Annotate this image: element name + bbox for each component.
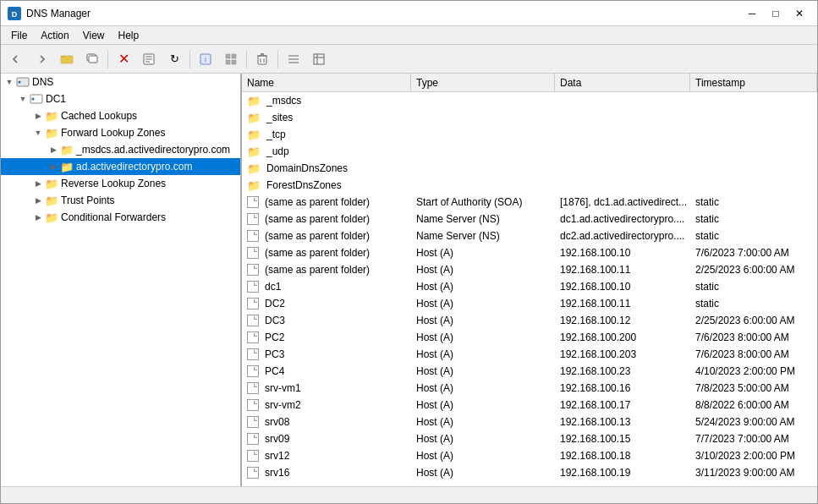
list-row[interactable]: DC3 Host (A) 192.168.100.12 2/25/2023 6:… bbox=[242, 312, 817, 329]
cell-name: DC2 bbox=[242, 298, 411, 310]
doc-icon bbox=[247, 247, 259, 259]
main-window: D DNS Manager ─ □ ✕ File Action View Hel… bbox=[0, 0, 818, 504]
expand-cached[interactable]: ▶ bbox=[31, 109, 45, 123]
cell-type: Host (A) bbox=[411, 433, 555, 445]
close-button[interactable]: ✕ bbox=[788, 5, 810, 22]
list-row[interactable]: srv08 Host (A) 192.168.100.13 5/24/2023 … bbox=[242, 414, 817, 430]
list-row[interactable]: (same as parent folder) Host (A) 192.168… bbox=[242, 244, 817, 261]
trash-button[interactable] bbox=[250, 48, 274, 70]
dns-icon bbox=[16, 75, 30, 89]
list-row[interactable]: (same as parent folder) Name Server (NS)… bbox=[242, 227, 817, 244]
folder-icon: 📁 bbox=[247, 95, 261, 107]
tree-item-conditional[interactable]: ▶ 📁 Conditional Forwarders bbox=[1, 209, 240, 226]
list-row[interactable]: srv09 Host (A) 192.168.100.15 7/7/2023 7… bbox=[242, 430, 817, 447]
list-row[interactable]: PC4 Host (A) 192.168.100.23 4/10/2023 2:… bbox=[242, 363, 817, 380]
expand-conditional[interactable]: ▶ bbox=[31, 211, 45, 224]
svg-rect-3 bbox=[61, 56, 65, 58]
toolbar-sep-1 bbox=[107, 50, 108, 68]
list-row[interactable]: 📁 _udp bbox=[242, 143, 817, 160]
cell-data: 192.168.100.11 bbox=[555, 298, 690, 310]
svg-text:i: i bbox=[205, 56, 206, 63]
expand-reverse[interactable]: ▶ bbox=[31, 177, 45, 190]
menu-bar: File Action View Help bbox=[1, 26, 817, 45]
expand-dns[interactable]: ▼ bbox=[3, 75, 16, 89]
expand-trust[interactable]: ▶ bbox=[31, 194, 45, 207]
back-button[interactable] bbox=[4, 48, 28, 70]
minimize-button[interactable]: ─ bbox=[741, 5, 763, 22]
tree-label-msdcs: _msdcs.ad.activedirectorypro.com bbox=[76, 144, 230, 156]
export-button[interactable]: i bbox=[194, 48, 217, 70]
tree-item-forward[interactable]: ▼ 📁 Forward Lookup Zones bbox=[1, 124, 240, 141]
refresh-button[interactable]: ↻ bbox=[162, 48, 186, 70]
new-window-button[interactable] bbox=[80, 48, 104, 70]
grid-button[interactable] bbox=[219, 48, 243, 70]
details-button[interactable] bbox=[307, 48, 331, 70]
tree-item-ad[interactable]: ▶ 📁 ad.activedirectorypro.com bbox=[1, 158, 240, 175]
doc-icon bbox=[247, 298, 259, 310]
tree-item-msdcs[interactable]: ▶ 📁 _msdcs.ad.activedirectorypro.com bbox=[1, 141, 240, 158]
tree-item-dc1[interactable]: ▼ DC1 bbox=[1, 90, 240, 107]
col-header-name[interactable]: Name bbox=[242, 74, 411, 91]
list-row[interactable]: (same as parent folder) Host (A) 192.168… bbox=[242, 261, 817, 278]
tree-label-dc1: DC1 bbox=[46, 93, 66, 105]
list-row[interactable]: 📁 _sites bbox=[242, 109, 817, 126]
list-row[interactable]: 📁 ForestDnsZones bbox=[242, 177, 817, 194]
menu-view[interactable]: View bbox=[76, 28, 112, 43]
expand-dc1[interactable]: ▼ bbox=[16, 92, 30, 106]
expand-ad[interactable]: ▶ bbox=[47, 160, 60, 173]
list-row[interactable]: (same as parent folder) Name Server (NS)… bbox=[242, 211, 817, 227]
menu-file[interactable]: File bbox=[4, 28, 34, 43]
forward-button[interactable] bbox=[30, 48, 53, 70]
list-row[interactable]: 📁 _tcp bbox=[242, 126, 817, 143]
expand-forward[interactable]: ▼ bbox=[31, 126, 45, 140]
cell-type: Host (A) bbox=[411, 264, 555, 276]
right-panel: Name Type Data Timestamp 📁 _msdcs bbox=[242, 74, 817, 486]
delete-button[interactable]: ✕ bbox=[112, 48, 135, 70]
cell-timestamp: 7/6/2023 7:00:00 AM bbox=[690, 247, 817, 259]
expand-msdcs[interactable]: ▶ bbox=[47, 143, 60, 156]
tree-item-dns[interactable]: ▼ DNS bbox=[1, 74, 240, 90]
doc-icon bbox=[247, 433, 259, 445]
list-row[interactable]: DC2 Host (A) 192.168.100.11 static bbox=[242, 295, 817, 312]
cell-name: (same as parent folder) bbox=[242, 230, 411, 242]
cell-type: Host (A) bbox=[411, 450, 555, 462]
svg-point-30 bbox=[32, 98, 35, 101]
list-button[interactable] bbox=[282, 48, 305, 70]
tree-label-trust: Trust Points bbox=[61, 194, 115, 206]
cell-name: dc1 bbox=[242, 281, 411, 293]
list-row[interactable]: dc1 Host (A) 192.168.100.10 static bbox=[242, 278, 817, 295]
col-header-timestamp[interactable]: Timestamp bbox=[690, 74, 817, 91]
list-row[interactable]: 📁 _msdcs bbox=[242, 92, 817, 109]
cell-name: srv-vm2 bbox=[242, 399, 411, 411]
cell-data: 192.168.100.10 bbox=[555, 281, 690, 293]
svg-rect-15 bbox=[232, 60, 236, 64]
list-row[interactable]: PC2 Host (A) 192.168.100.200 7/6/2023 8:… bbox=[242, 329, 817, 346]
folder-icon: 📁 bbox=[247, 129, 261, 141]
tree-item-trust[interactable]: ▶ 📁 Trust Points bbox=[1, 192, 240, 209]
col-header-type[interactable]: Type bbox=[411, 74, 555, 91]
list-row[interactable]: srv-vm2 Host (A) 192.168.100.17 8/8/2022… bbox=[242, 397, 817, 414]
cell-data: 192.168.100.23 bbox=[555, 365, 690, 377]
list-row[interactable]: srv12 Host (A) 192.168.100.18 3/10/2023 … bbox=[242, 447, 817, 464]
cell-timestamp: 3/11/2023 9:00:00 AM bbox=[690, 467, 817, 479]
list-body[interactable]: 📁 _msdcs 📁 _sites 📁 _tcp 📁 _udp 📁 bbox=[242, 92, 817, 486]
cell-name: PC4 bbox=[242, 365, 411, 377]
open-button[interactable] bbox=[55, 48, 79, 70]
list-row[interactable]: (same as parent folder) Start of Authori… bbox=[242, 194, 817, 211]
cell-name: 📁 _tcp bbox=[242, 129, 411, 141]
menu-help[interactable]: Help bbox=[112, 28, 146, 43]
tree-item-reverse[interactable]: ▶ 📁 Reverse Lookup Zones bbox=[1, 175, 240, 192]
list-row[interactable]: srv16 Host (A) 192.168.100.19 3/11/2023 … bbox=[242, 464, 817, 481]
props-button[interactable] bbox=[137, 48, 161, 70]
tree-item-cached[interactable]: ▶ 📁 Cached Lookups bbox=[1, 107, 240, 124]
col-header-data[interactable]: Data bbox=[555, 74, 690, 91]
cell-name: srv09 bbox=[242, 433, 411, 445]
doc-icon bbox=[247, 331, 259, 343]
menu-action[interactable]: Action bbox=[34, 28, 75, 43]
folder-icon: 📁 bbox=[247, 112, 261, 124]
list-row[interactable]: srv-vm1 Host (A) 192.168.100.16 7/8/2023… bbox=[242, 380, 817, 397]
list-row[interactable]: 📁 DomainDnsZones bbox=[242, 160, 817, 177]
list-row[interactable]: PC3 Host (A) 192.168.100.203 7/6/2023 8:… bbox=[242, 346, 817, 363]
window-title: DNS Manager bbox=[26, 8, 736, 19]
maximize-button[interactable]: □ bbox=[765, 5, 787, 22]
